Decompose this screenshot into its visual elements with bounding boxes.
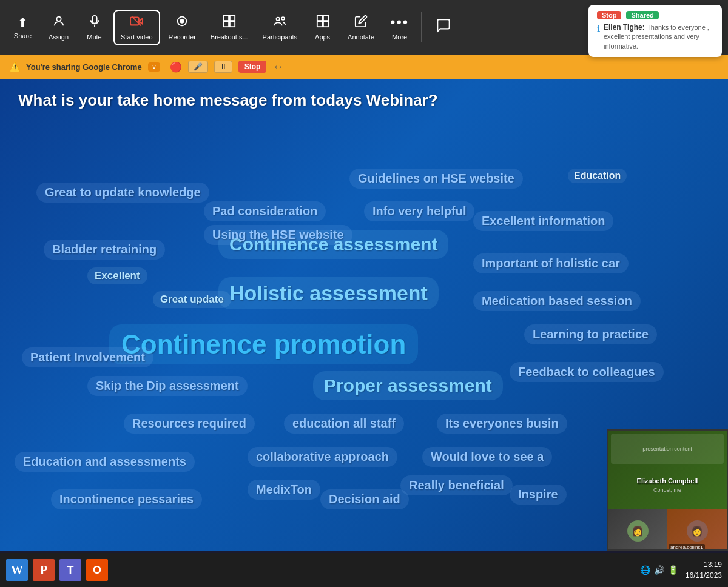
taskbar-office-icon[interactable]: O [86,559,108,581]
more-icon: ••• [390,14,409,31]
video-panel: presentation content Elizabeth Campbell … [607,429,728,551]
notification-shared-label: Shared [626,11,658,19]
share-button[interactable]: ⬆ Share [6,12,39,43]
word-info-helpful: Info very helpful [364,201,474,221]
video-thumb-2: 👩 andrea.collins1 [667,509,727,551]
chat-button[interactable] [426,14,460,41]
word-skip-dip: Skip the Dip assessment [87,376,248,396]
taskbar-powerpoint-icon[interactable]: P [33,559,55,581]
assign-icon [52,15,66,31]
annotate-icon [354,15,368,31]
apps-button[interactable]: Apps [306,11,339,44]
svg-rect-15 [323,21,328,26]
word-everyones-business: Its everyones busin [437,414,567,434]
sharing-bar-record-icon[interactable]: 🔴 [170,61,182,73]
svg-rect-9 [230,21,235,26]
word-holistic-assessment: Holistic assessment [218,277,439,309]
chat-icon [436,18,451,37]
word-decision-aid: Decision aid [320,489,409,509]
word-inspire: Inspire [510,485,567,505]
notification-stop-label: Stop [597,11,621,19]
sharing-bar-text: You're sharing Google Chrome [26,62,142,72]
word-excellent: Excellent [87,267,147,284]
word-really-beneficial: Really beneficial [400,475,513,495]
word-proper-assessment: Proper assessment [313,371,503,400]
word-feedback: Feedback to colleagues [510,362,664,382]
sharing-bar-pause-icon[interactable]: ⏸ [214,61,232,73]
apps-icon [316,15,329,31]
word-using-hse: Using the HSE website [204,225,352,245]
svg-rect-7 [230,15,235,20]
recorder-icon [175,15,189,31]
taskbar-battery-icon: 🔋 [668,565,678,575]
svg-rect-8 [224,21,229,26]
mute-icon [88,15,101,31]
taskbar-clock: 13:19 16/11/2023 [686,559,722,581]
taskbar-time-value: 13:19 [686,559,722,570]
word-education-staff: education all staff [284,414,404,434]
word-patient-involvement: Patient Involvement [22,347,153,367]
sharing-bar-mic-icon[interactable]: 🎤 [188,61,208,73]
share-icon: ⬆ [18,15,28,30]
word-learning-practice: Learning to practice [524,324,657,344]
taskbar-network-icon: 🌐 [640,565,650,575]
participant-main-name: Elizabeth Campbell [637,477,698,485]
video-thumb-1: 👩 [608,509,667,551]
word-bladder-retraining: Bladder retraining [44,240,165,260]
video-thumbnails: 👩 👩 andrea.collins1 [608,509,727,551]
word-great-update: Great update [153,291,231,308]
svg-point-10 [277,17,280,20]
svg-point-11 [282,17,285,20]
svg-point-0 [56,16,61,21]
video-icon [130,15,143,31]
thumb-1-avatar: 👩 [627,520,649,542]
word-great-update-knowledge: Great to update knowledge [36,183,209,203]
participants-icon [273,15,286,31]
thumb-2-avatar: 👩 [687,520,708,542]
annotate-button[interactable]: Annotate [342,11,380,44]
taskbar-system-area: 🌐 🔊 🔋 13:19 16/11/2023 [640,559,722,581]
breakout-button[interactable]: Breakout s... [204,11,254,44]
breakout-icon [223,15,236,31]
word-important-holistic: Important of holistic car [473,253,629,273]
word-pad-consideration: Pad consideration [204,201,326,221]
taskbar-date-value: 16/11/2023 [686,570,722,581]
taskbar-volume-icon: 🔊 [654,565,664,575]
thumb-2-label: andrea.collins1 [669,544,705,551]
notification-info-icon: ℹ [597,24,600,33]
recorder-button[interactable]: Recorder [163,11,202,44]
word-resources: Resources required [124,414,255,434]
svg-rect-14 [317,21,322,26]
word-medication: Medication based session [473,291,641,311]
video-main-participant: presentation content Elizabeth Campbell … [608,431,727,509]
word-incontinence-pessaries: Incontinence pessaries [51,489,202,509]
notification-header: Stop Shared [597,11,713,19]
more-button[interactable]: ••• More [383,10,416,44]
slide-area: What is your take home message from toda… [0,79,728,551]
start-video-button[interactable]: Start video [113,10,160,45]
taskbar-sys-icons: 🌐 🔊 🔋 [640,565,678,575]
sharing-bar-stop-button[interactable]: Stop [238,61,267,73]
word-education-assessments: Education and assessments [15,452,195,472]
word-collaborative: collaborative approach [248,447,397,467]
participants-button[interactable]: Participants [257,11,303,44]
sharing-bar-more-icon[interactable]: ↔ [272,61,283,73]
windows-taskbar: W P T O 🌐 🔊 🔋 13:19 16/11/2023 [0,553,728,587]
word-guidelines: Guidelines on HSE website [349,169,523,189]
taskbar-teams-icon[interactable]: T [59,559,81,581]
word-would-love: Would love to see a [422,447,552,467]
taskbar-word-icon[interactable]: W [6,559,28,581]
notification-box: Stop Shared ℹ Ellen Tighe: Thanks to eve… [588,5,722,57]
svg-rect-13 [323,15,328,20]
notification-sender: Ellen Tighe: [604,23,645,32]
sharing-bar-dropdown[interactable]: ∨ [148,62,160,72]
word-continence-promotion: Continence promotion [109,324,418,364]
assign-button[interactable]: Assign [42,11,75,44]
svg-point-5 [180,19,184,23]
word-education: Education [568,169,627,183]
svg-rect-6 [224,15,229,20]
participant-main-role: Cohost, me [653,487,681,493]
mute-button[interactable]: Mute [78,11,111,44]
svg-rect-12 [317,15,322,20]
toolbar-separator [421,12,422,42]
